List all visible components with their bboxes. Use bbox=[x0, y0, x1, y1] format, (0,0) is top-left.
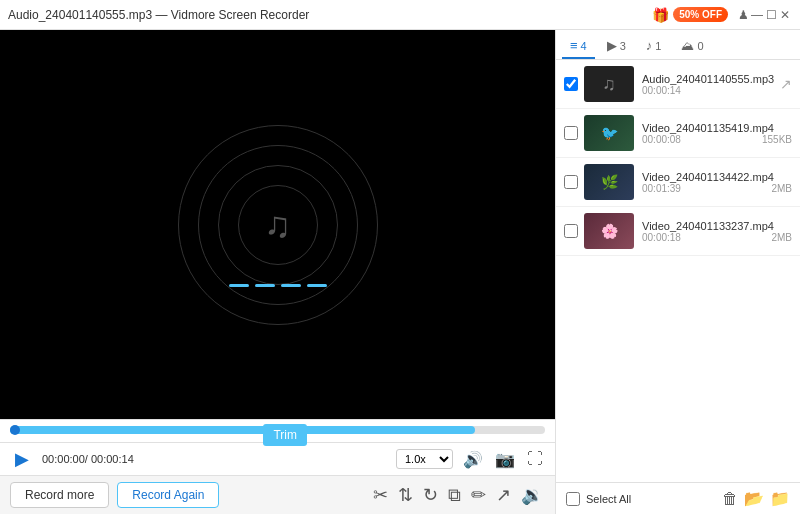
file-size-3: 2MB bbox=[771, 232, 792, 243]
tab-all-count: 4 bbox=[581, 40, 587, 52]
music-note-icon: ♫ bbox=[264, 204, 291, 246]
file-thumb-0: ♫ bbox=[584, 66, 634, 102]
right-bottom-tools: 🗑 📂 📁 bbox=[722, 489, 790, 508]
dash-4 bbox=[307, 284, 327, 287]
file-info-1: Video_240401135419.mp4 00:00:08 155KB bbox=[642, 122, 792, 145]
select-all-label: Select All bbox=[586, 493, 631, 505]
file-duration-2: 00:01:39 bbox=[642, 183, 681, 194]
file-meta-1: 00:00:08 155KB bbox=[642, 134, 792, 145]
progress-area[interactable]: Trim bbox=[0, 419, 555, 442]
share-icon-0[interactable]: ↗ bbox=[780, 76, 792, 92]
tab-audio-count: 1 bbox=[655, 40, 661, 52]
progress-thumb bbox=[10, 425, 20, 435]
select-all-checkbox[interactable] bbox=[566, 492, 580, 506]
tab-audio[interactable]: ♪ 1 bbox=[638, 34, 670, 59]
file-meta-0: 00:00:14 bbox=[642, 85, 776, 96]
file-meta-2: 00:01:39 2MB bbox=[642, 183, 792, 194]
file-duration-3: 00:00:18 bbox=[642, 232, 681, 243]
file-thumb-2: 🌿 bbox=[584, 164, 634, 200]
dash-2 bbox=[255, 284, 275, 287]
file-info-2: Video_240401134422.mp4 00:01:39 2MB bbox=[642, 171, 792, 194]
list-item[interactable]: 🐦 Video_240401135419.mp4 00:00:08 155KB bbox=[556, 109, 800, 158]
record-more-button[interactable]: Record more bbox=[10, 482, 109, 508]
share-icon[interactable]: ↗ bbox=[494, 482, 513, 508]
file-name-0: Audio_240401140555.mp3 bbox=[642, 73, 776, 85]
file-name-3: Video_240401133237.mp4 bbox=[642, 220, 792, 232]
camera-icon[interactable]: 📷 bbox=[493, 448, 517, 471]
audio-tab-icon: ♪ bbox=[646, 38, 653, 53]
maximize-button[interactable]: ☐ bbox=[764, 8, 778, 22]
trim-button[interactable]: Trim bbox=[263, 424, 307, 446]
list-item[interactable]: 🌸 Video_240401133237.mp4 00:00:18 2MB bbox=[556, 207, 800, 256]
left-panel: ♫ Trim ▶ 00:00:00/ 00:00:14 0.5x bbox=[0, 30, 555, 514]
tab-video-count: 3 bbox=[620, 40, 626, 52]
titlebar-user-icon[interactable]: ♟ bbox=[736, 8, 750, 22]
image-tab-icon: ⛰ bbox=[681, 38, 694, 53]
list-icon: ≡ bbox=[570, 38, 578, 53]
tab-image[interactable]: ⛰ 0 bbox=[673, 34, 711, 59]
file-meta-3: 00:00:18 2MB bbox=[642, 232, 792, 243]
tab-all[interactable]: ≡ 4 bbox=[562, 34, 595, 59]
file-duration-1: 00:00:08 bbox=[642, 134, 681, 145]
record-again-button[interactable]: Record Again bbox=[117, 482, 219, 508]
play-button[interactable]: ▶ bbox=[10, 447, 34, 471]
file-thumb-3: 🌸 bbox=[584, 213, 634, 249]
file-tabs: ≡ 4 ▶ 3 ♪ 1 ⛰ 0 bbox=[556, 30, 800, 60]
volume-adjust-icon[interactable]: 🔉 bbox=[519, 482, 545, 508]
file-info-3: Video_240401133237.mp4 00:00:18 2MB bbox=[642, 220, 792, 243]
titlebar: Audio_240401140555.mp3 — Vidmore Screen … bbox=[0, 0, 800, 30]
controls-bar: ▶ 00:00:00/ 00:00:14 0.5x 0.75x 1.0x 1.2… bbox=[0, 442, 555, 475]
volume-icon[interactable]: 🔊 bbox=[461, 448, 485, 471]
edit-icon[interactable]: ✏ bbox=[469, 482, 488, 508]
file-name-2: Video_240401134422.mp4 bbox=[642, 171, 792, 183]
window-title: Audio_240401140555.mp3 — Vidmore Screen … bbox=[8, 8, 652, 22]
file-check-1[interactable] bbox=[564, 126, 578, 140]
video-area: ♫ bbox=[0, 30, 555, 419]
minimize-button[interactable]: — bbox=[750, 8, 764, 22]
file-name-1: Video_240401135419.mp4 bbox=[642, 122, 792, 134]
audio-thumb-icon: ♫ bbox=[602, 74, 616, 95]
dash-1 bbox=[229, 284, 249, 287]
file-list: ♫ Audio_240401140555.mp3 00:00:14 ↗ 🐦 bbox=[556, 60, 800, 482]
audio-dashes bbox=[229, 284, 327, 287]
file-check-3[interactable] bbox=[564, 224, 578, 238]
tab-video[interactable]: ▶ 3 bbox=[599, 34, 634, 59]
rotate-icon[interactable]: ↻ bbox=[421, 482, 440, 508]
adjust-icon[interactable]: ⇅ bbox=[396, 482, 415, 508]
promo-badge[interactable]: 50% OFF bbox=[673, 7, 728, 22]
scissors-icon[interactable]: ✂ bbox=[371, 482, 390, 508]
bottom-bar: Record more Record Again ✂ ⇅ ↻ ⧉ ✏ ↗ 🔉 bbox=[0, 475, 555, 514]
dash-3 bbox=[281, 284, 301, 287]
open-folder-button[interactable]: 📂 bbox=[744, 489, 764, 508]
file-duration-0: 00:00:14 bbox=[642, 85, 681, 96]
folder-button[interactable]: 📁 bbox=[770, 489, 790, 508]
bottom-right-tools: ✂ ⇅ ↻ ⧉ ✏ ↗ 🔉 bbox=[371, 482, 545, 508]
delete-button[interactable]: 🗑 bbox=[722, 489, 738, 508]
gift-icon: 🎁 bbox=[652, 7, 669, 23]
video-thumb-2: 🌿 bbox=[601, 174, 618, 190]
progress-fill bbox=[10, 426, 475, 434]
main-layout: ♫ Trim ▶ 00:00:00/ 00:00:14 0.5x bbox=[0, 30, 800, 514]
duplicate-icon[interactable]: ⧉ bbox=[446, 483, 463, 508]
list-item[interactable]: ♫ Audio_240401140555.mp3 00:00:14 ↗ bbox=[556, 60, 800, 109]
file-info-0: Audio_240401140555.mp3 00:00:14 bbox=[642, 73, 776, 96]
file-check-2[interactable] bbox=[564, 175, 578, 189]
fullscreen-icon[interactable]: ⛶ bbox=[525, 448, 545, 470]
list-item[interactable]: 🌿 Video_240401134422.mp4 00:01:39 2MB bbox=[556, 158, 800, 207]
video-thumb-3: 🌸 bbox=[601, 223, 618, 239]
right-panel: ≡ 4 ▶ 3 ♪ 1 ⛰ 0 ♫ bbox=[555, 30, 800, 514]
tab-image-count: 0 bbox=[697, 40, 703, 52]
file-thumb-1: 🐦 bbox=[584, 115, 634, 151]
video-tab-icon: ▶ bbox=[607, 38, 617, 53]
close-button[interactable]: ✕ bbox=[778, 8, 792, 22]
speed-select[interactable]: 0.5x 0.75x 1.0x 1.25x 1.5x 2.0x bbox=[396, 449, 453, 469]
file-size-2: 2MB bbox=[771, 183, 792, 194]
file-check-0[interactable] bbox=[564, 77, 578, 91]
music-visual: ♫ bbox=[178, 125, 378, 325]
time-display: 00:00:00/ 00:00:14 bbox=[42, 453, 134, 465]
video-thumb-1: 🐦 bbox=[601, 125, 618, 141]
select-all-bar: Select All 🗑 📂 📁 bbox=[556, 482, 800, 514]
file-size-1: 155KB bbox=[762, 134, 792, 145]
